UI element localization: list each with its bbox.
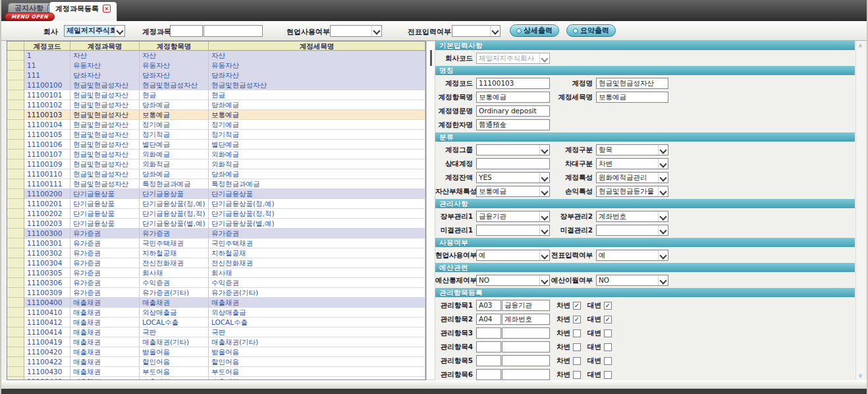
scroll-down-icon[interactable]: ∨ xyxy=(857,372,864,379)
table-row[interactable]: 111당좌자산당좌자산당좌자산 xyxy=(7,70,425,80)
table-row[interactable]: 11100309유가증권유가증권(기타)유가증권(기타) xyxy=(7,288,425,298)
ledger-mgmt1-select[interactable]: 금융기관 xyxy=(476,211,550,222)
row-selector[interactable] xyxy=(7,120,24,130)
credit-checkbox[interactable] xyxy=(604,329,612,337)
mgmt-item-4-code-input[interactable] xyxy=(476,341,501,352)
row-selector[interactable] xyxy=(7,248,24,258)
debit-checkbox[interactable]: ✓ xyxy=(573,302,581,310)
tab-close-icon[interactable]: × xyxy=(103,5,111,13)
summary-print-button[interactable]: 요약출력 xyxy=(566,24,616,37)
table-row[interactable]: 11100105현금및현금성자산정기적금정기적금 xyxy=(7,130,425,140)
row-selector[interactable] xyxy=(7,357,24,367)
asset-liability-trait-select[interactable]: 보통예금 xyxy=(476,186,550,197)
mgmt-item-1-name-input[interactable]: 금융기관 xyxy=(502,300,550,311)
table-row[interactable]: 11100302유가증권지하철공채지하철공채 xyxy=(7,248,425,258)
mgmt-item-5-name-input[interactable] xyxy=(502,355,550,366)
row-selector[interactable] xyxy=(7,90,24,100)
open-item-mgmt1-select[interactable] xyxy=(476,225,550,236)
table-row[interactable]: 11유동자산유동자산유동자산 xyxy=(7,61,425,70)
row-selector[interactable] xyxy=(7,209,24,219)
table-row[interactable]: 11100101현금및현금성자산현금현금 xyxy=(7,90,425,100)
budget-control-select[interactable]: NO xyxy=(476,275,550,286)
row-selector[interactable] xyxy=(7,51,24,61)
credit-checkbox[interactable] xyxy=(604,371,612,379)
mgmt-item-6-name-input[interactable] xyxy=(502,369,550,380)
mgmt-item-4-name-input[interactable] xyxy=(502,341,550,352)
table-row[interactable]: 11100110현금및현금성자산당좌예금당좌예금 xyxy=(7,169,425,179)
mgmt-item-2-name-input[interactable]: 계좌번호 xyxy=(502,314,550,325)
table-row[interactable]: 11100111현금및현금성자산특정현금과예금특정현금과예금 xyxy=(7,179,425,189)
row-selector[interactable] xyxy=(7,189,24,199)
table-row[interactable]: 1자산자산자산 xyxy=(7,51,425,61)
row-selector[interactable] xyxy=(7,288,24,298)
credit-checkbox[interactable] xyxy=(604,357,612,365)
table-row[interactable]: 11100400매출채권매출채권매출채권 xyxy=(7,298,425,308)
row-selector[interactable] xyxy=(7,258,24,268)
counter-account-input[interactable] xyxy=(476,158,550,169)
table-row[interactable]: 11100422매출채권할인어음할인어음 xyxy=(7,357,425,367)
debit-checkbox[interactable]: ✓ xyxy=(573,316,581,324)
table-row[interactable]: 11100201단기금융상품단기금융상품(정,예)단기금융상품(정,예) xyxy=(7,199,425,209)
debit-checkbox[interactable] xyxy=(573,343,581,351)
row-selector[interactable] xyxy=(7,318,24,327)
row-selector[interactable] xyxy=(7,278,24,288)
row-selector[interactable] xyxy=(7,347,24,357)
table-row[interactable]: 11100419매출채권매출채권(기타)매출채권(기타) xyxy=(7,337,425,347)
mgmt-item-3-name-input[interactable] xyxy=(502,327,550,339)
table-row[interactable]: 11100414매출채권국판국판 xyxy=(7,327,425,337)
account-code-search-input[interactable] xyxy=(170,25,203,37)
account-english-name-input[interactable]: Ordinary deposit xyxy=(476,105,550,117)
row-selector[interactable] xyxy=(7,298,24,308)
table-row[interactable]: 11100306유가증권수익증권수익증권 xyxy=(7,278,425,288)
account-detail-name-input[interactable]: 보통예금 xyxy=(596,92,668,103)
debit-checkbox[interactable] xyxy=(573,357,581,365)
account-item-name-input[interactable]: 보통예금 xyxy=(476,92,550,103)
table-row[interactable]: 11100301유가증권국민주택채권국민주택채권 xyxy=(7,239,425,248)
tab-account-registration[interactable]: 계정과목등록 × xyxy=(49,1,117,21)
company-code-select[interactable]: 제일저지주식회사 xyxy=(476,53,550,64)
table-row[interactable]: 11100304유가증권전신전화채권전신전화채권 xyxy=(7,258,425,268)
panel-vertical-scrollbar[interactable]: ∧ ∨ xyxy=(855,41,865,380)
mgmt-item-6-code-input[interactable] xyxy=(476,369,501,380)
table-row[interactable]: 11100102현금및현금성자산당좌예금당좌예금 xyxy=(7,100,425,110)
row-selector[interactable] xyxy=(7,179,24,189)
row-selector[interactable] xyxy=(7,140,24,150)
row-selector[interactable] xyxy=(7,130,24,140)
menu-open-button[interactable]: MENU OPEN xyxy=(5,13,55,21)
row-selector[interactable] xyxy=(7,367,24,377)
mgmt-item-3-code-input[interactable] xyxy=(476,327,501,339)
account-code-input[interactable]: 11100103 xyxy=(476,78,550,89)
credit-checkbox[interactable]: ✓ xyxy=(604,302,612,310)
table-row[interactable]: 11100104현금및현금성자산정기예금정기예금 xyxy=(7,120,425,130)
detail-print-button[interactable]: 상세출력 xyxy=(510,24,559,37)
table-row[interactable]: 11100103현금및현금성자산보통예금보통예금 xyxy=(7,110,425,120)
table-row[interactable]: 11100109현금및현금성자산외화적금외화적금 xyxy=(7,159,425,169)
slip-entry-select[interactable]: 예 xyxy=(596,250,668,261)
table-row[interactable]: 11100410매출채권외상매출금외상매출금 xyxy=(7,308,425,318)
row-selector[interactable] xyxy=(7,268,24,278)
budget-carryover-select[interactable]: NO xyxy=(596,275,668,286)
open-item-mgmt2-select[interactable] xyxy=(596,225,668,236)
row-selector[interactable] xyxy=(7,100,24,110)
row-selector[interactable] xyxy=(7,150,24,159)
row-selector[interactable] xyxy=(7,159,24,169)
row-selector[interactable] xyxy=(7,199,24,209)
mgmt-item-5-code-input[interactable] xyxy=(476,355,501,366)
company-select[interactable]: 제일저지주식회사 xyxy=(64,25,125,37)
table-row[interactable]: 11100106현금및현금성자산별단예금별단예금 xyxy=(7,140,425,150)
row-selector[interactable] xyxy=(7,327,24,337)
row-selector[interactable] xyxy=(7,229,24,239)
account-group-select[interactable] xyxy=(476,144,550,155)
grid-vertical-scrollbar[interactable] xyxy=(426,41,435,380)
account-balance-select[interactable]: YES xyxy=(476,172,550,183)
row-selector[interactable] xyxy=(7,169,24,179)
mgmt-item-2-code-input[interactable]: A04 xyxy=(476,314,501,325)
account-trait-select[interactable]: 원화예적금관리 xyxy=(596,172,668,183)
mgmt-item-1-code-input[interactable]: A03 xyxy=(476,300,501,311)
ledger-mgmt2-select[interactable]: 계좌번호 xyxy=(596,211,668,222)
account-class-select[interactable]: 항목 xyxy=(596,144,668,155)
row-selector[interactable] xyxy=(7,219,24,229)
table-row[interactable]: 11100305유가증권회사채회사채 xyxy=(7,268,425,278)
row-selector[interactable] xyxy=(7,308,24,318)
table-row[interactable]: 11100200단기금융상품단기금융상품단기금융상품 xyxy=(7,189,425,199)
